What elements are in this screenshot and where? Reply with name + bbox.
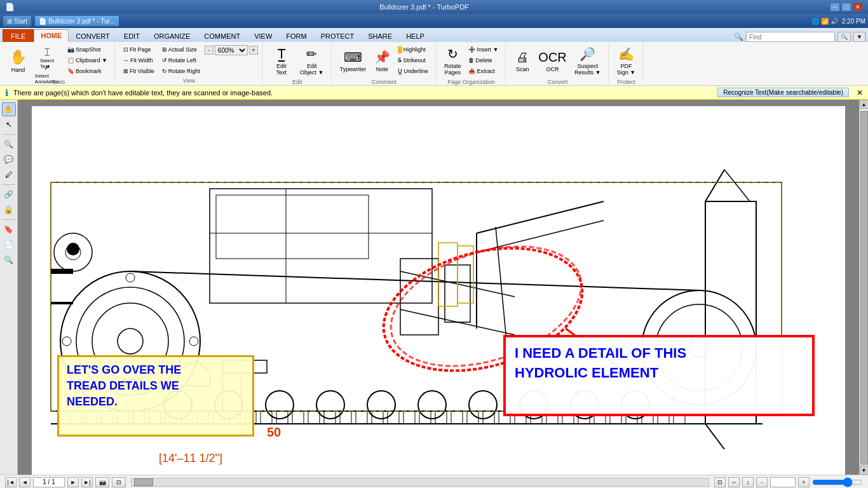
link-sidebar-tool[interactable]: 🔗 (2, 187, 16, 201)
hand-tool-button[interactable]: ✋ Hand (6, 44, 30, 78)
zoom-in-button[interactable]: + (249, 46, 258, 55)
fit-visible-button[interactable]: ⊠ Fit Visible (120, 66, 158, 76)
bookmark-button[interactable]: 🔖 Bookmark (64, 66, 111, 76)
recognize-text-button[interactable]: Recognize Text(Make searchable/editable) (717, 88, 849, 97)
scroll-thumb[interactable] (860, 111, 868, 464)
suspect-results-button[interactable]: 🔎 SuspectResults ▼ (571, 44, 604, 78)
zoom-level-input[interactable]: 600% (770, 477, 796, 487)
highlight-sidebar-tool[interactable]: 🖊 (2, 168, 16, 182)
zoom-out-button[interactable]: - (205, 46, 214, 55)
clipboard-button[interactable]: 📋 Clipboard ▼ (64, 55, 111, 65)
note-button[interactable]: 📌 Note (370, 44, 393, 78)
actual-size-icon: ⊞ (162, 46, 167, 53)
tab-protect[interactable]: PROTECT (314, 29, 362, 42)
system-tray-icons: 🌐 📶 🔊 (811, 18, 838, 25)
strikeout-icon: S̶ (398, 57, 402, 64)
first-page-button[interactable]: |◄ (5, 477, 17, 487)
fit-width-bottom-button[interactable]: ↔ (728, 477, 740, 487)
pdf-page: 50 [14'–11 1/2"] LET'S GO OVER THETREAD … (32, 106, 845, 475)
last-page-button[interactable]: ►| (81, 477, 93, 487)
tab-organize[interactable]: ORGANIZE (147, 29, 197, 42)
edit-text-button[interactable]: T̲ EditText (268, 44, 295, 78)
titlebar: 📄 Bulldozer 3.pdf * - TurboPDF ─ □ ✕ (0, 0, 868, 14)
highlight-button[interactable]: █ Highlight (395, 44, 431, 55)
svg-point-89 (67, 243, 79, 255)
tab-comment[interactable]: COMMENT (197, 29, 247, 42)
rotate-right-button[interactable]: ↻ Rotate Right (159, 66, 203, 76)
lock-sidebar-tool[interactable]: 🔒 (2, 203, 16, 217)
tab-file[interactable]: FILE (3, 29, 34, 42)
ribbon: FILE HOME CONVERT EDIT ORGANIZE COMMENT … (0, 28, 868, 86)
page-number-input[interactable] (33, 477, 65, 487)
select-text-icon: ⌶ (44, 46, 50, 57)
app-taskbar-button[interactable]: 📄 Bulldozer 3.pdf * - Tur... (34, 15, 119, 27)
snapshot-bottom-button[interactable]: 📷 (95, 477, 109, 487)
rotate-pages-button[interactable]: ↻ RotatePages (441, 44, 465, 78)
select-sidebar-tool[interactable]: ↖ (2, 118, 16, 132)
delete-button[interactable]: 🗑 Delete (465, 55, 501, 65)
next-page-button[interactable]: ► (67, 477, 79, 487)
search-sidebar-tool[interactable]: 🔍 (2, 253, 16, 267)
scroll-down-button[interactable]: ▼ (860, 466, 869, 475)
hand-sidebar-tool[interactable]: ✋ (2, 102, 16, 116)
horizontal-scroll-thumb[interactable] (134, 478, 153, 486)
zoom-out-bottom-button[interactable]: - (756, 477, 768, 487)
select-text-button[interactable]: ⌶ SelectText (31, 44, 63, 61)
tab-view[interactable]: VIEW (247, 29, 279, 42)
fit-page-bottom-button[interactable]: ⊡ (714, 477, 726, 487)
infobar: ℹ There are page(s) which don't have edi… (0, 86, 868, 100)
tab-help[interactable]: HELP (399, 29, 431, 42)
close-infobar-button[interactable]: ✕ (857, 88, 863, 97)
prev-page-button[interactable]: ◄ (19, 477, 31, 487)
snapshot-button[interactable]: 📷 SnapShot (64, 44, 111, 55)
select-annotation-button[interactable]: ↗ SelectAnnotation (31, 61, 63, 78)
page-sidebar-tool[interactable]: 📄 (2, 238, 16, 252)
rotate-right-icon: ↻ (162, 68, 167, 74)
suspect-icon: 🔎 (580, 46, 595, 62)
vertical-scrollbar[interactable]: ▲ ▼ (859, 100, 868, 475)
search-icon: 🔍 (734, 32, 743, 41)
bookmark-sidebar-tool[interactable]: 🔖 (2, 222, 16, 236)
ribbon-group-page-org: ↻ RotatePages ➕ Insert ▼ 🗑 Delete 📤 Extr… (437, 43, 506, 84)
search-button[interactable]: 🔍 (837, 32, 851, 42)
fit-width-button[interactable]: ↔ Fit Width (120, 55, 158, 65)
pdf-sign-button[interactable]: ✍ PDFSign ▼ (614, 44, 639, 78)
tab-edit[interactable]: EDIT (117, 29, 147, 42)
tab-home[interactable]: HOME (34, 29, 69, 42)
red-annotation-text: I NEED A DETAIL OF THISHYDROLIC ELEMENT (515, 345, 686, 381)
maximize-button[interactable]: □ (841, 3, 851, 11)
tab-share[interactable]: SHARE (361, 29, 399, 42)
typewriter-button[interactable]: ⌨ Typewriter (337, 44, 370, 78)
pdf-document-area[interactable]: 50 [14'–11 1/2"] LET'S GO OVER THETREAD … (18, 100, 859, 475)
start-button[interactable]: ⊞ Start (3, 15, 32, 27)
yellow-annotation-text: LET'S GO OVER THETREAD DETAILS WENEEDED. (67, 363, 181, 408)
insert-button[interactable]: ➕ Insert ▼ (465, 44, 501, 55)
tab-convert[interactable]: CONVERT (69, 29, 117, 42)
search-options-button[interactable]: ▼ (853, 32, 865, 42)
scroll-up-button[interactable]: ▲ (860, 100, 869, 109)
search-input[interactable] (746, 32, 835, 42)
actual-size-button[interactable]: ⊞ Actual Size (159, 44, 203, 55)
close-button[interactable]: ✕ (853, 3, 863, 11)
extract-button[interactable]: 📤 Extract (465, 66, 501, 76)
edit-object-button[interactable]: ✏ EditObject ▼ (297, 44, 327, 78)
underline-button[interactable]: U̲ Underline (395, 66, 431, 76)
rotate-left-button[interactable]: ↺ Rotate Left (159, 55, 203, 65)
zoom-sidebar-tool[interactable]: 🔍 (2, 137, 16, 151)
fit-size-bottom-button[interactable]: ↕ (742, 477, 754, 487)
strikeout-button[interactable]: S̶ Strikeout (395, 55, 431, 65)
fit-bottom-button[interactable]: ⊡ (112, 477, 126, 487)
fit-page-button[interactable]: ⊡ Fit Page (120, 44, 158, 55)
ribbon-group-tools: ✋ Hand ⌶ SelectText ↗ SelectAnnotation (3, 43, 115, 84)
scan-button[interactable]: 🖨 Scan (511, 44, 534, 78)
window-title: Bulldozer 3.pdf * - TurboPDF (18, 3, 830, 11)
comment-sidebar-tool[interactable]: 💬 (2, 152, 16, 166)
tab-form[interactable]: FORM (279, 29, 313, 42)
zoom-slider[interactable] (812, 477, 863, 487)
ribbon-group-convert: 🖨 Scan OCR OCR 🔎 SuspectResults ▼ Conver… (507, 43, 608, 84)
insert-icon: ➕ (468, 46, 475, 53)
zoom-select[interactable]: 600% 400% 200% 100% 75% (215, 45, 248, 55)
minimize-button[interactable]: ─ (830, 3, 840, 11)
zoom-in-bottom-button[interactable]: + (798, 477, 810, 487)
ocr-button[interactable]: OCR OCR (535, 44, 569, 78)
